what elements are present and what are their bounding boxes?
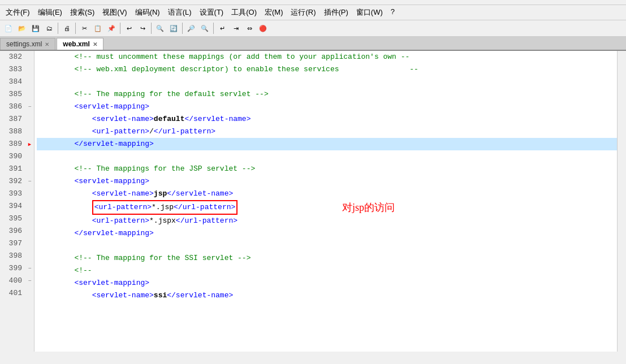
- code-line-399: <!--: [37, 265, 617, 277]
- menu-item-v[interactable]: 视图(V): [99, 6, 130, 19]
- code-line-401: <servlet-name>ssi</servlet-name>: [37, 289, 617, 302]
- menu-item-[interactable]: ?: [387, 6, 398, 19]
- line-number-383: 383: [0, 63, 25, 76]
- tb-print[interactable]: 🖨: [61, 22, 73, 34]
- tab-settings-close[interactable]: ✕: [45, 41, 49, 47]
- tab-web-close[interactable]: ✕: [93, 41, 97, 47]
- tb-replace[interactable]: 🔄: [167, 22, 180, 34]
- line-number-401: 401: [0, 287, 25, 300]
- fold-col-392[interactable]: −: [25, 175, 34, 188]
- code-line-396: </servlet-mapping>: [37, 227, 617, 240]
- gutter-row-397: 397: [0, 237, 34, 250]
- tb-cut[interactable]: ✂: [78, 22, 90, 34]
- code-content[interactable]: <!-- must uncomment these mappings (or a…: [34, 51, 617, 352]
- fold-col-388: [25, 125, 34, 138]
- code-line-392: <servlet-mapping>: [37, 175, 617, 188]
- gutter-row-392: 392−: [0, 175, 34, 188]
- gutter-row-395: 395: [0, 213, 34, 225]
- menu-item-f[interactable]: 文件(F): [2, 6, 33, 19]
- line-number-391: 391: [0, 163, 25, 175]
- editor: 382383384385386−387388389▶390391392−3933…: [0, 51, 626, 352]
- title-bar: [0, 0, 626, 5]
- tb-undo[interactable]: ↩: [123, 22, 135, 34]
- line-number-397: 397: [0, 237, 25, 250]
- tb-zoom-out[interactable]: 🔍: [198, 22, 211, 34]
- line-number-398: 398: [0, 250, 25, 262]
- tb-copy[interactable]: 📋: [92, 22, 104, 34]
- tb-sep2: [75, 23, 76, 34]
- tb-saveall[interactable]: 🗂: [43, 22, 55, 34]
- fold-col-387: [25, 113, 34, 125]
- line-number-389: 389: [0, 138, 25, 150]
- code-line-388: <url-pattern>/</url-pattern>: [37, 125, 617, 138]
- line-number-400: 400: [0, 275, 25, 287]
- fold-col-393: [25, 188, 34, 200]
- gutter-row-388: 388: [0, 125, 34, 138]
- line-number-387: 387: [0, 113, 25, 125]
- menu-item-n[interactable]: 编码(N): [132, 6, 163, 19]
- menu-item-o[interactable]: 工具(O): [228, 6, 260, 19]
- tb-sep4: [151, 23, 152, 34]
- tab-settings-xml[interactable]: settings.xml ✕: [0, 38, 55, 50]
- code-line-398: <!-- The mapping for the SSI servlet -->: [37, 252, 617, 265]
- fold-col-401: [25, 287, 34, 300]
- code-line-384: [37, 76, 617, 88]
- menu-item-l[interactable]: 语言(L): [165, 6, 195, 19]
- toolbar: 📄 📂 💾 🗂 🖨 ✂ 📋 📌 ↩ ↪ 🔍 🔄 🔎 🔍 ↵ ⇥ ⇔ 🔴: [0, 20, 626, 37]
- tb-new[interactable]: 📄: [2, 22, 15, 34]
- gutter-row-389: 389▶: [0, 138, 34, 150]
- menu-item-p[interactable]: 插件(P): [321, 6, 352, 19]
- line-number-396: 396: [0, 225, 25, 237]
- menu-item-s[interactable]: 搜索(S): [67, 6, 98, 19]
- tb-save[interactable]: 💾: [29, 22, 42, 34]
- tb-redo[interactable]: ↪: [136, 22, 149, 34]
- gutter-row-385: 385: [0, 88, 34, 101]
- fold-col-384: [25, 76, 34, 88]
- line-number-382: 382: [0, 51, 25, 63]
- code-line-397: [37, 240, 617, 252]
- tb-wrap[interactable]: ↵: [216, 22, 228, 34]
- line-number-388: 388: [0, 125, 25, 138]
- tb-mark[interactable]: 🔴: [257, 22, 269, 34]
- code-line-394: <url-pattern>*.jsp</url-pattern>对jsp的访问: [37, 200, 617, 215]
- line-number-399: 399: [0, 262, 25, 275]
- line-number-394: 394: [0, 200, 25, 213]
- code-line-386: <servlet-mapping>: [37, 101, 617, 113]
- menu-item-e[interactable]: 编辑(E): [34, 6, 66, 19]
- menu-item-m[interactable]: 宏(M): [261, 6, 287, 19]
- fold-col-382: [25, 51, 34, 63]
- tb-sep3: [120, 23, 120, 34]
- fold-col-400[interactable]: −: [25, 275, 34, 287]
- gutter-row-400: 400−: [0, 275, 34, 287]
- tb-sync[interactable]: ⇔: [243, 22, 256, 34]
- tb-paste[interactable]: 📌: [105, 22, 118, 34]
- fold-col-395: [25, 213, 34, 225]
- code-line-385: <!-- The mapping for the default servlet…: [37, 88, 617, 101]
- gutter-row-396: 396: [0, 225, 34, 237]
- fold-col-383: [25, 63, 34, 76]
- code-line-393: <servlet-name>jsp</servlet-name>: [37, 188, 617, 200]
- tb-open[interactable]: 📂: [16, 22, 28, 34]
- menu-item-r[interactable]: 运行(R): [287, 6, 319, 19]
- gutter-row-386: 386−: [0, 101, 34, 113]
- line-number-384: 384: [0, 76, 25, 88]
- line-number-390: 390: [0, 150, 25, 163]
- tb-find[interactable]: 🔍: [154, 22, 166, 34]
- gutter-row-399: 399−: [0, 262, 34, 275]
- fold-col-391: [25, 163, 34, 175]
- line-number-385: 385: [0, 88, 25, 101]
- gutter-row-394: 394: [0, 200, 34, 213]
- gutter-row-398: 398: [0, 250, 34, 262]
- fold-col-385: [25, 88, 34, 101]
- scrollbar[interactable]: [617, 51, 626, 352]
- fold-col-399[interactable]: −: [25, 262, 34, 275]
- menu-item-w[interactable]: 窗口(W): [353, 6, 386, 19]
- fold-col-386[interactable]: −: [25, 101, 34, 113]
- code-line-387: <servlet-name>default</servlet-name>: [37, 113, 617, 125]
- tab-web-label: web.xml: [63, 40, 89, 48]
- menu-item-t[interactable]: 设置(T): [196, 6, 227, 19]
- gutter-row-393: 393: [0, 188, 34, 200]
- tb-indent[interactable]: ⇥: [230, 22, 242, 34]
- tb-zoom-in[interactable]: 🔎: [185, 22, 197, 34]
- tab-web-xml[interactable]: web.xml ✕: [57, 38, 103, 50]
